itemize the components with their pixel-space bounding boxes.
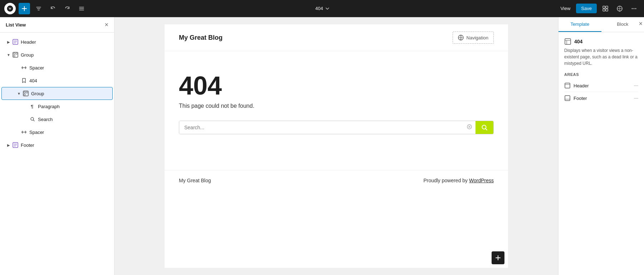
- tree-item-paragraph[interactable]: ▶ ¶ Paragraph: [0, 100, 114, 113]
- page: My Great Blog Navigation 404 This page c…: [165, 24, 508, 268]
- footer-powered-text: Proudly powered by: [423, 178, 469, 183]
- footer-area-icon: [564, 95, 571, 101]
- svg-rect-3: [606, 6, 608, 8]
- header-area-icon: [564, 82, 571, 89]
- right-panel: Template Block × 404 Displays when a vis…: [558, 17, 644, 275]
- svg-rect-17: [26, 92, 28, 93]
- tree-item-group2-label: Group: [31, 91, 44, 96]
- search-block: [179, 121, 494, 134]
- wp-logo: W: [4, 3, 16, 14]
- left-panel: List View × ▶ Header ▼ Group: [0, 17, 114, 275]
- footer-block-icon: [12, 142, 19, 148]
- tree-item-footer[interactable]: ▶ Footer: [0, 139, 114, 151]
- footer-area-name: Footer: [574, 96, 587, 101]
- tree-item-404[interactable]: ▶ 404: [0, 74, 114, 87]
- list-view-title: List View: [6, 22, 26, 28]
- topbar: W 404 View Save: [0, 0, 644, 17]
- tree-item-404-label: 404: [29, 78, 37, 83]
- header-area-name: Header: [574, 83, 589, 88]
- right-panel-body: 404 Displays when a visitor views a non-…: [558, 32, 644, 275]
- footer-area-arrow: —: [634, 96, 638, 101]
- svg-rect-2: [603, 6, 605, 8]
- search-input[interactable]: [179, 121, 463, 134]
- tree-item-group2[interactable]: ▼ Group: [1, 87, 113, 100]
- spacer1-icon: [21, 64, 27, 71]
- page-header: My Great Blog Navigation: [165, 24, 508, 51]
- footer-wordpress-link[interactable]: WordPress: [469, 178, 494, 183]
- svg-text:W: W: [9, 7, 11, 10]
- more-options-btn[interactable]: [628, 3, 640, 14]
- template-title-area: 404: [564, 38, 638, 45]
- save-button[interactable]: Save: [576, 4, 597, 13]
- tree-item-group1[interactable]: ▼ Group: [0, 48, 114, 61]
- list-view-button[interactable]: [76, 3, 87, 14]
- svg-rect-4: [603, 9, 605, 11]
- list-view-header: List View ×: [0, 17, 114, 33]
- svg-point-7: [632, 8, 633, 9]
- redo-button[interactable]: [62, 3, 73, 14]
- tree-item-spacer2[interactable]: ▶ Spacer: [0, 126, 114, 139]
- search-submit-button[interactable]: [475, 121, 493, 134]
- canvas-add-block-button[interactable]: [492, 251, 504, 264]
- tree-item-spacer2-label: Spacer: [29, 130, 44, 135]
- canvas: My Great Blog Navigation 404 This page c…: [114, 17, 558, 275]
- tree-item-group1-label: Group: [21, 52, 34, 58]
- svg-rect-14: [14, 55, 15, 57]
- svg-point-8: [634, 8, 635, 9]
- group2-block-icon: [23, 90, 29, 97]
- page-content: 404 This page could not be found.: [165, 51, 508, 149]
- close-right-panel-button[interactable]: ×: [639, 20, 643, 28]
- tools-button[interactable]: [33, 3, 44, 14]
- view-button[interactable]: View: [557, 4, 573, 13]
- site-title: My Great Blog: [179, 34, 223, 42]
- svg-rect-5: [606, 9, 608, 11]
- main-area: List View × ▶ Header ▼ Group: [0, 17, 644, 275]
- svg-text:¶: ¶: [31, 104, 33, 109]
- area-item-header[interactable]: Header —: [564, 79, 638, 92]
- page-footer: My Great Blog Proudly powered by WordPre…: [165, 170, 508, 190]
- expand-footer-icon[interactable]: ▶: [6, 142, 11, 148]
- svg-rect-12: [14, 53, 15, 54]
- error-message: This page could not be found.: [179, 103, 494, 109]
- error-code: 404: [179, 73, 494, 98]
- tab-template[interactable]: Template: [558, 17, 601, 32]
- settings-icon-btn[interactable]: [600, 3, 611, 14]
- template-name: 404: [574, 39, 582, 44]
- paragraph-block-icon: ¶: [29, 103, 36, 110]
- areas-label: AREAS: [564, 72, 638, 77]
- tree-item-spacer1[interactable]: ▶ Spacer: [0, 61, 114, 74]
- svg-point-9: [635, 8, 636, 9]
- svg-rect-27: [565, 96, 570, 101]
- navigation-label: Navigation: [467, 35, 488, 40]
- tree-item-footer-label: Footer: [21, 143, 34, 148]
- 404-block-icon: [21, 77, 27, 84]
- topbar-right: View Save: [557, 3, 640, 14]
- tree-item-paragraph-label: Paragraph: [38, 104, 60, 109]
- header-area-arrow: —: [634, 83, 638, 88]
- tree-item-header[interactable]: ▶ Header: [0, 35, 114, 48]
- template-block-icon: [564, 38, 571, 45]
- appearance-icon-btn[interactable]: [614, 3, 625, 14]
- tree-item-search[interactable]: ▶ Search: [0, 113, 114, 126]
- spacer2-icon: [21, 129, 27, 135]
- search-clear-button[interactable]: [463, 121, 475, 134]
- area-item-footer[interactable]: Footer —: [564, 92, 638, 104]
- undo-button[interactable]: [47, 3, 59, 14]
- close-list-view-button[interactable]: ×: [104, 21, 108, 28]
- template-description: Displays when a visitor views a non-exis…: [564, 47, 638, 67]
- tab-block[interactable]: Block: [601, 17, 644, 32]
- page-title-btn[interactable]: 404: [315, 6, 330, 11]
- svg-rect-16: [24, 92, 25, 93]
- svg-rect-18: [24, 94, 25, 95]
- expand-group1-icon[interactable]: ▼: [6, 52, 11, 58]
- add-block-button[interactable]: [19, 3, 30, 14]
- navigation-block[interactable]: Navigation: [453, 32, 494, 44]
- block-tree: ▶ Header ▼ Group ▶: [0, 33, 114, 275]
- expand-header-icon[interactable]: ▶: [6, 39, 11, 45]
- expand-group2-icon[interactable]: ▼: [16, 91, 22, 96]
- svg-rect-25: [565, 39, 571, 44]
- topbar-center: 404: [90, 6, 555, 11]
- right-panel-tabs-wrapper: Template Block ×: [558, 17, 644, 32]
- search-block-icon: [29, 116, 36, 122]
- group1-block-icon: [12, 52, 19, 58]
